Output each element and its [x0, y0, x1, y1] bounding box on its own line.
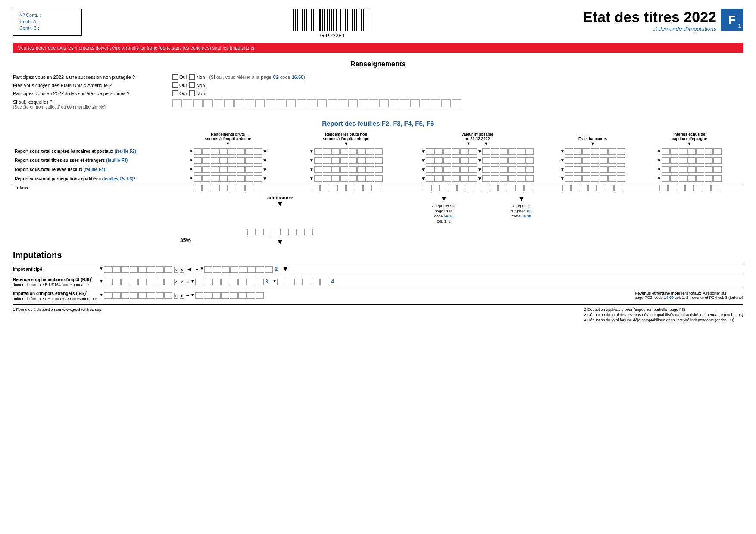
row-f5f6-col4: ▼	[550, 174, 635, 183]
question-2-label: Êtes-vous citoyen des États-Unis d'Améri…	[13, 83, 172, 88]
sioui-grid[interactable]	[172, 99, 461, 107]
f1-badge: F1	[721, 9, 743, 31]
checkbox-non-3[interactable]	[189, 90, 195, 96]
imp-spacer3	[478, 225, 565, 246]
ies-cells-left: ▼	[99, 292, 172, 299]
sioui-cell-1[interactable]	[183, 99, 192, 107]
col-frais-header: Frais bancaires ▼	[550, 131, 635, 147]
sioui-label: Si oui, lesquelles ? (Société en nom col…	[13, 99, 172, 109]
row-f2-col3: ▼ ▼	[405, 147, 550, 156]
sioui-cell-26[interactable]	[441, 99, 451, 107]
sioui-cell-8[interactable]	[255, 99, 265, 107]
ncontr-field: Nº Contr. :	[19, 12, 75, 18]
row-f4-col4: ▼	[550, 165, 635, 174]
sioui-cell-22[interactable]	[400, 99, 409, 107]
sioui-cell-7[interactable]	[245, 99, 254, 107]
sioui-cell-10[interactable]	[276, 99, 285, 107]
checkbox-oui-3[interactable]	[172, 90, 178, 96]
rsi-row: Retenue supplémentaire d'impôt (RSI)1 Jo…	[13, 275, 743, 287]
question-2-non[interactable]: Non	[189, 82, 205, 88]
checkbox-non-2[interactable]	[189, 82, 195, 88]
question-1-hint: (Si oui, vous référer à la page C2 code …	[209, 75, 305, 80]
imputations-left-spacer	[13, 225, 138, 246]
sioui-cell-24[interactable]	[421, 99, 430, 107]
sioui-cell-2[interactable]	[193, 99, 203, 107]
rsi-cells-right: ▼	[272, 279, 328, 285]
flow-additionner: additionner ▼	[233, 195, 328, 224]
sioui-cell-3[interactable]	[203, 99, 213, 107]
report-table-header: Rendements brutssoumis à l'impôt anticip…	[13, 131, 743, 147]
totaux-col2	[287, 183, 405, 193]
footnote-4: 4 Déduction du total fortune déjà compta…	[584, 318, 743, 322]
contr-b-field: Contr. B :	[19, 25, 75, 31]
row-f4-col3: ▼ ▼	[405, 165, 550, 174]
flow-reporter-c3: ▼ A reportersur page C3,code 56.30	[478, 195, 565, 224]
num-2: 2	[275, 266, 278, 272]
row-f2-col5: ▼	[636, 147, 743, 156]
sioui-cell-5[interactable]	[224, 99, 234, 107]
sioui-cell-23[interactable]	[410, 99, 420, 107]
question-3-oui[interactable]: Oui	[172, 90, 187, 96]
barcode-id: G-PP22F1	[320, 33, 345, 39]
imputations-title: Imputations	[13, 250, 743, 260]
totaux-row: Totaux	[13, 183, 743, 193]
checkbox-non-1[interactable]	[189, 74, 195, 80]
row-f3-col2: ▼	[287, 156, 405, 165]
arrow-left-icon: ◄	[186, 266, 192, 273]
impot-anticipe-label: Impôt anticipé	[13, 267, 99, 272]
question-2-oui[interactable]: Oui	[172, 82, 187, 88]
col-label-header	[13, 131, 169, 147]
sioui-cell-0[interactable]	[172, 99, 182, 107]
question-1-non[interactable]: Non	[189, 74, 205, 80]
sioui-cell-27[interactable]	[452, 99, 461, 107]
sioui-cell-15[interactable]	[328, 99, 337, 107]
rsi-label: Retenue supplémentaire d'impôt (RSI)1 Jo…	[13, 276, 99, 287]
flow-section: additionner ▼ ▼ A reporter surpage PG3,c…	[13, 195, 743, 224]
checkbox-oui-1[interactable]	[172, 74, 178, 80]
sioui-cell-14[interactable]	[317, 99, 327, 107]
sioui-cell-17[interactable]	[348, 99, 358, 107]
row-f2-col4: ▼	[550, 147, 635, 156]
title-subtitle: et demande d'imputations	[583, 25, 716, 32]
row-f2-col1: ▼ ▼	[169, 147, 287, 156]
question-3-label: Participez-vous en 2022 à des sociétés d…	[13, 91, 172, 96]
sioui-cell-12[interactable]	[297, 99, 306, 107]
question-2-checkboxes: Oui Non	[172, 82, 205, 88]
question-1-oui[interactable]: Oui	[172, 74, 187, 80]
row-f5f6-col5: ▼	[636, 174, 743, 183]
sioui-cell-9[interactable]	[266, 99, 275, 107]
question-2-row: Êtes-vous citoyen des États-Unis d'Améri…	[13, 82, 743, 88]
ies-label: Imputation d'impôts étrangers (IES)1 Joi…	[13, 290, 99, 301]
row-f3-col4: ▼	[550, 156, 635, 165]
num-4: 4	[331, 279, 334, 285]
sioui-cell-21[interactable]	[390, 99, 399, 107]
sioui-cell-6[interactable]	[234, 99, 244, 107]
footer-left: 1 Formules à disposition sur www.ge.ch/c…	[13, 307, 101, 323]
sioui-cell-18[interactable]	[359, 99, 368, 107]
page-header: Nº Contr. : Contr. A : Contr. B : (funct…	[13, 9, 743, 39]
question-3-non[interactable]: Non	[189, 90, 205, 96]
header-center: (function(){ var pattern = [3,1,2,1,1,2,…	[293, 9, 372, 39]
page-title: Etat des titres 2022	[583, 9, 716, 25]
footer-notes: 1 Formules à disposition sur www.ge.ch/c…	[13, 304, 743, 323]
sioui-cell-13[interactable]	[307, 99, 316, 107]
imp-spacer2	[409, 225, 478, 246]
row-f5f6-col2: ▼	[287, 174, 405, 183]
sioui-cell-16[interactable]	[338, 99, 347, 107]
col-rendements-non-header: Rendements bruts nonsoumis à l'impôt ant…	[287, 131, 405, 147]
row-f5f6-label: Report sous-total participations qualifi…	[13, 174, 169, 183]
impot-anticipe-cells-mid: – ▼	[196, 266, 273, 273]
report-row-f3: Report sous-total titres suisses et étra…	[13, 156, 743, 165]
renseignements-section: Renseignements Participez-vous en 2022 à…	[13, 60, 743, 109]
sioui-cell-19[interactable]	[369, 99, 378, 107]
sioui-cell-4[interactable]	[214, 99, 223, 107]
question-3-checkboxes: Oui Non	[172, 90, 205, 96]
report-section: Report des feuilles F2, F3, F4, F5, F6 R…	[13, 120, 743, 246]
sioui-cell-11[interactable]	[286, 99, 296, 107]
sioui-cell-25[interactable]	[431, 99, 440, 107]
row-f2-label: Report sous-total comptes bancaires et p…	[13, 147, 169, 156]
sioui-cell-20[interactable]	[379, 99, 389, 107]
rsi-cells-left: ▼	[99, 279, 172, 285]
checkbox-oui-2[interactable]	[172, 82, 178, 88]
question-3-row: Participez-vous en 2022 à des sociétés d…	[13, 90, 743, 96]
